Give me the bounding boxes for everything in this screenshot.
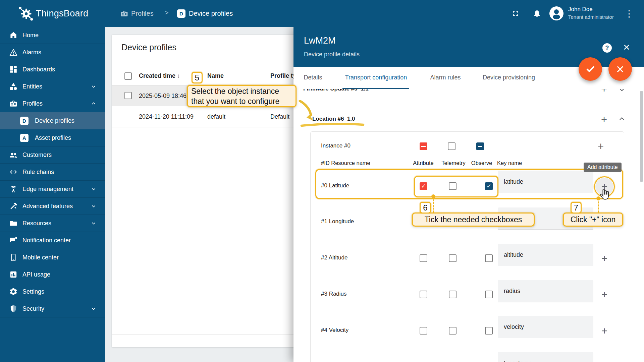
callout-line: that you want to configure (191, 96, 279, 106)
add-attribute-icon[interactable]: + (596, 141, 606, 152)
letter-a-square-icon: A (20, 134, 29, 142)
sidebar-item-device-profiles[interactable]: D Device profiles (0, 112, 105, 129)
antenna-icon (9, 185, 18, 193)
sidebar-item-alarms[interactable]: Alarms (0, 44, 105, 61)
row-checkbox[interactable] (124, 92, 132, 99)
telemetry-checkbox[interactable] (449, 254, 457, 262)
sidebar-item-mobile-center[interactable]: Mobile center (0, 249, 105, 266)
attribute-checkbox[interactable] (420, 327, 427, 335)
observe-checkbox[interactable] (485, 327, 493, 335)
step5-callout: Select the object instance that you want… (187, 85, 297, 107)
smartphone-icon (9, 253, 18, 262)
shield-icon (9, 304, 18, 313)
chevron-up-icon[interactable] (618, 114, 626, 123)
connector-dashed-line (598, 198, 599, 213)
column-created-time[interactable]: Created time ↓ (139, 72, 180, 79)
device-profiles-d-icon: D (177, 9, 185, 18)
key-name-field[interactable]: latitude (498, 171, 593, 193)
drawer-subtitle: Device profile details (304, 51, 360, 58)
page-title: Device profiles (121, 43, 176, 52)
key-name-field[interactable]: timestamp (498, 352, 593, 362)
instance-telemetry-checkbox[interactable] (448, 142, 455, 150)
dashboard-grid-icon (9, 65, 18, 74)
chart-square-icon (9, 270, 18, 279)
cell-created-time: 2024-11-20 11:11:09 (139, 113, 194, 120)
sidebar-item-resources[interactable]: Resources (0, 215, 105, 232)
cancel-fab-button[interactable]: × (608, 57, 632, 81)
sidebar-item-security[interactable]: Security (0, 300, 105, 317)
observe-checkbox[interactable] (485, 291, 493, 298)
section-divider (297, 99, 641, 99)
sidebar-item-rule-chains[interactable]: Rule chains (0, 164, 105, 181)
chevron-down-icon (90, 203, 97, 209)
screen: ThingsBoard Profiles > D Device profiles… (0, 0, 644, 362)
sidebar-item-dashboards[interactable]: Dashboards (0, 61, 105, 78)
kebab-menu-icon[interactable]: ⋮ (625, 8, 634, 19)
add-attribute-icon[interactable]: + (599, 290, 609, 300)
fullscreen-icon[interactable] (511, 9, 520, 18)
sidebar-item-advanced-features[interactable]: Advanced features (0, 198, 105, 215)
resource-label: #2 Altitude (321, 254, 347, 261)
instance-observe-checkbox[interactable] (476, 142, 484, 150)
user-role: Tenant administrator (568, 14, 614, 20)
chevron-down-icon[interactable] (618, 89, 626, 94)
observe-checkbox[interactable] (485, 254, 493, 262)
resource-label: #0 Latitude (321, 182, 349, 189)
sidebar-item-notification-center[interactable]: Notification center (0, 232, 105, 249)
home-icon (9, 31, 18, 40)
step7-callout: Click "+" icon (563, 213, 623, 227)
close-icon[interactable]: × (623, 41, 630, 53)
column-name[interactable]: Name (207, 72, 224, 79)
key-name-field[interactable]: altitude (498, 244, 593, 266)
resource-label: #3 Radius (321, 291, 347, 297)
sidebar-item-home[interactable]: Home (0, 27, 105, 44)
select-all-checkbox[interactable] (124, 72, 132, 80)
user-name: John Doe (568, 6, 593, 13)
user-avatar[interactable] (549, 6, 564, 20)
profiles-badge-icon (120, 9, 128, 18)
sidebar: Home Alarms Dashboards Entities Profiles… (0, 27, 105, 362)
key-name-field[interactable]: radius (498, 280, 593, 302)
telemetry-checkbox[interactable] (449, 182, 457, 190)
add-instance-icon[interactable]: + (599, 115, 609, 125)
sidebar-item-customers[interactable]: Customers (0, 146, 105, 164)
tab-details[interactable]: Details (296, 74, 330, 81)
breadcrumb-profiles[interactable]: Profiles (131, 10, 154, 17)
cell-profile-type: Default (270, 113, 289, 120)
sidebar-item-api-usage[interactable]: API usage (0, 266, 105, 283)
sidebar-item-edge-management[interactable]: Edge management (0, 181, 105, 198)
tab-alarm-rules[interactable]: Alarm rules (425, 74, 466, 81)
add-attribute-icon[interactable]: + (599, 326, 609, 336)
instance-attribute-checkbox[interactable] (420, 142, 427, 150)
step-badge: 5 (192, 72, 203, 83)
firmware-section-label: Firmware Update #5_1.1 (303, 89, 369, 92)
add-instance-icon[interactable]: + (599, 89, 609, 94)
key-name-field[interactable]: velocity (498, 316, 593, 338)
scrollbar-thumb[interactable] (640, 91, 643, 182)
sidebar-item-settings[interactable]: Settings (0, 283, 105, 300)
chevron-down-icon (90, 220, 97, 227)
column-key-name: Key name (497, 160, 522, 166)
attribute-checkbox[interactable] (420, 291, 427, 298)
observe-checkbox[interactable] (485, 182, 493, 190)
location-section-label: Location #6_1.0 (312, 116, 355, 122)
breadcrumb-device-profiles: Device profiles (189, 10, 233, 17)
sidebar-item-profiles[interactable]: Profiles (0, 95, 105, 112)
attribute-checkbox[interactable] (420, 254, 427, 262)
apply-fab-button[interactable] (579, 57, 602, 81)
step6-callout: Tick the needed checkboxes (412, 213, 535, 227)
sort-arrow-icon: ↓ (177, 73, 180, 79)
attribute-checkbox[interactable] (420, 182, 427, 190)
sidebar-item-entities[interactable]: Entities (0, 78, 105, 95)
add-attribute-icon[interactable]: + (599, 254, 609, 264)
notifications-bell-icon[interactable] (533, 9, 541, 18)
sidebar-item-asset-profiles[interactable]: A Asset profiles (0, 129, 105, 146)
object-instance-card: Instance #0 + #ID Resource name Attribut… (310, 131, 624, 362)
tab-transport-configuration[interactable]: Transport configuration (339, 74, 413, 81)
help-icon[interactable]: ? (602, 43, 612, 53)
folder-icon (9, 219, 18, 228)
breadcrumb-separator: > (165, 9, 169, 16)
tab-device-provisioning[interactable]: Device provisioning (477, 74, 541, 81)
telemetry-checkbox[interactable] (449, 291, 457, 298)
telemetry-checkbox[interactable] (449, 327, 457, 335)
